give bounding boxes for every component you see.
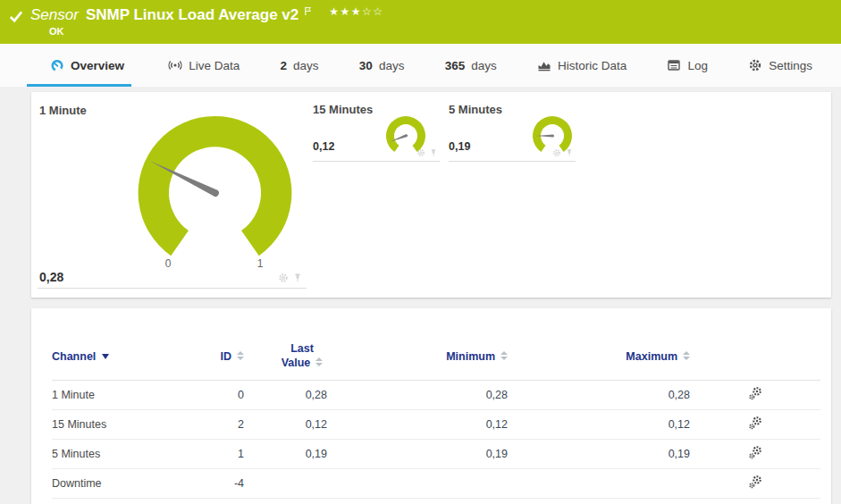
tab-number: 2 — [281, 59, 288, 72]
column-header-minimum[interactable]: Minimum — [327, 333, 508, 380]
channels-panel: Channel ID Last Value Minimum Maximum — [31, 308, 831, 504]
gear-icon — [748, 58, 762, 72]
cell-minimum: 0,12 — [327, 409, 508, 439]
log-icon — [667, 58, 681, 72]
cell-maximum — [508, 468, 690, 498]
table-row: 15 Minutes 2 0,12 0,12 0,12 — [52, 409, 820, 439]
gauge-pin-icon[interactable] — [292, 273, 303, 283]
tab-label: days — [471, 59, 497, 72]
sensor-status-badge: OK — [49, 26, 64, 37]
gauge-arc — [386, 116, 425, 152]
tab-settings[interactable]: Settings — [744, 44, 816, 87]
tab-label: Live Data — [189, 59, 240, 72]
gauge-divider — [449, 161, 576, 162]
priority-stars[interactable]: ★★★☆☆ — [329, 5, 383, 18]
status-ok-check-icon — [9, 10, 23, 23]
mini-gauge-title: 5 Minutes — [449, 103, 502, 116]
gauges-panel: 1 Minute 0 1 0,28 15 Minutes 0,12 — [31, 92, 831, 298]
gauge-settings-gear-icon[interactable] — [416, 148, 425, 157]
channels-table: Channel ID Last Value Minimum Maximum — [52, 333, 820, 499]
stars-empty: ☆☆ — [362, 5, 384, 18]
gauge-scale-max: 1 — [255, 257, 265, 270]
tab-label: Historic Data — [558, 59, 627, 72]
tab-label: Overview — [71, 59, 124, 72]
cell-id: 1 — [204, 439, 244, 468]
table-row: 5 Minutes 1 0,19 0,19 0,19 — [52, 439, 820, 468]
primary-gauge-title: 1 Minute — [39, 104, 87, 117]
cell-id: 2 — [204, 409, 244, 439]
channel-settings-icon[interactable] — [748, 445, 762, 459]
mini-gauge-value: 0,19 — [449, 140, 470, 153]
gauge-settings-gear-icon[interactable] — [278, 273, 289, 283]
overview-content: 1 Minute 0 1 0,28 15 Minutes 0,12 — [0, 87, 841, 504]
sort-desc-icon — [102, 354, 109, 359]
table-row: 1 Minute 0 0,28 0,28 0,28 — [52, 380, 820, 409]
column-header-actions — [690, 333, 820, 380]
cell-id: -4 — [204, 468, 244, 498]
gauge-scale-min: 0 — [163, 257, 173, 270]
gauge-divider — [313, 161, 440, 162]
channel-settings-icon[interactable] — [748, 386, 762, 400]
tab-label: Settings — [769, 59, 812, 72]
tab-historic-data[interactable]: Historic Data — [534, 44, 630, 87]
cell-channel: 1 Minute — [52, 380, 204, 409]
sensor-title: SNMP Linux Load Average v2 — [86, 6, 299, 24]
cell-last-value: 0,12 — [244, 409, 327, 439]
channel-settings-icon[interactable] — [748, 475, 762, 489]
channel-settings-icon[interactable] — [748, 416, 762, 430]
cell-minimum: 0,28 — [327, 380, 508, 409]
chart-icon — [537, 58, 551, 72]
cell-channel: Downtime — [52, 468, 204, 498]
cell-last-value: 0,28 — [244, 380, 327, 409]
cell-maximum: 0,12 — [508, 409, 690, 439]
sort-icon — [237, 351, 244, 360]
cell-maximum: 0,19 — [508, 439, 690, 468]
object-type-label: Sensor — [30, 6, 79, 24]
stars-filled: ★★★ — [329, 5, 362, 18]
flag-icon[interactable] — [303, 5, 315, 18]
mini-gauge-title: 15 Minutes — [313, 103, 373, 116]
tab-live-data[interactable]: Live Data — [164, 44, 243, 87]
column-header-maximum[interactable]: Maximum — [508, 333, 690, 380]
cell-last-value: 0,19 — [244, 439, 327, 468]
cell-minimum — [327, 468, 508, 498]
active-tab-underline — [27, 84, 131, 87]
tab-label: Log — [687, 59, 708, 72]
cell-channel: 15 Minutes — [52, 409, 204, 439]
sensor-header: Sensor SNMP Linux Load Average v2 ★★★☆☆ … — [0, 0, 841, 44]
gauge-pin-icon[interactable] — [565, 148, 574, 157]
column-header-channel[interactable]: Channel — [52, 333, 204, 380]
tab-bar: Overview Live Data 2 days 30 days 365 da… — [0, 44, 841, 87]
tab-overview[interactable]: Overview — [27, 44, 131, 87]
cell-minimum: 0,19 — [327, 439, 508, 468]
cell-channel: 5 Minutes — [52, 439, 204, 468]
mini-gauge-value: 0,12 — [313, 140, 334, 153]
gauge-pin-icon[interactable] — [429, 148, 438, 157]
table-header-row: Channel ID Last Value Minimum Maximum — [52, 333, 820, 380]
cell-id: 0 — [204, 380, 244, 409]
primary-gauge-value: 0,28 — [39, 270, 63, 284]
sort-icon — [500, 351, 508, 360]
cell-last-value — [244, 468, 327, 498]
tab-log[interactable]: Log — [663, 44, 711, 87]
primary-gauge — [113, 96, 317, 265]
cell-maximum: 0,28 — [508, 380, 690, 409]
column-header-id[interactable]: ID — [204, 333, 244, 380]
column-header-last-value[interactable]: Last Value — [244, 333, 327, 380]
gauge-settings-gear-icon[interactable] — [552, 148, 561, 157]
tab-30-days[interactable]: 30 days — [356, 44, 408, 87]
tab-label: days — [293, 59, 319, 72]
tab-365-days[interactable]: 365 days — [442, 44, 500, 87]
gauge-icon — [50, 58, 64, 72]
tab-2-days[interactable]: 2 days — [277, 44, 323, 87]
mini-gauge-15-minutes: 15 Minutes 0,12 — [313, 101, 440, 165]
table-row: Downtime -4 — [52, 468, 820, 498]
tab-number: 365 — [445, 59, 466, 72]
mini-gauge-5-minutes: 5 Minutes 0,19 — [449, 101, 576, 165]
gauge-arc — [533, 116, 572, 152]
tab-number: 30 — [359, 59, 373, 72]
broadcast-icon — [168, 58, 182, 72]
gauge-arc — [139, 116, 292, 256]
sort-icon — [683, 351, 690, 360]
tab-label: days — [379, 59, 405, 72]
